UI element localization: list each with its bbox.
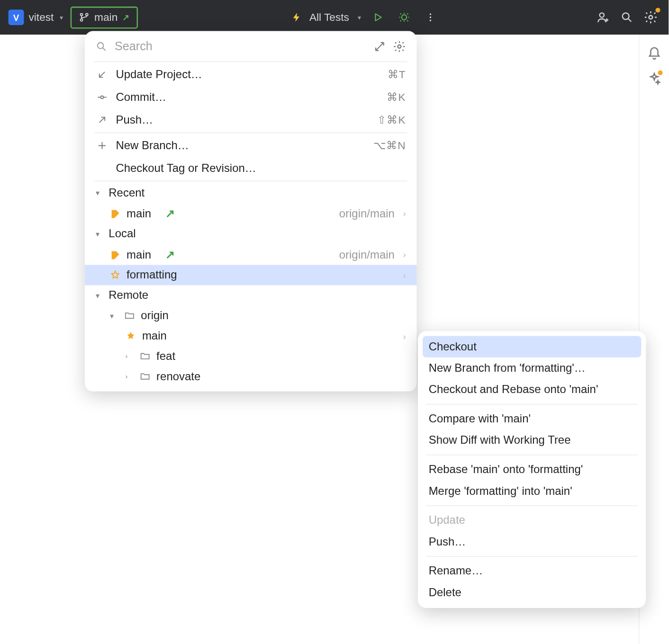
arrow-down-left-icon [96, 69, 109, 80]
svg-point-5 [430, 17, 431, 18]
svg-point-9 [649, 16, 653, 19]
ctx-delete[interactable]: Delete [418, 582, 646, 603]
chevron-down-icon: ▾ [96, 291, 104, 300]
branch-push-icon: ↗ [122, 12, 129, 22]
upstream-label: origin/main [339, 248, 395, 261]
branch-item-local-formatting[interactable]: formatting › [85, 265, 417, 285]
chevron-right-icon: › [403, 208, 406, 218]
checkout-tag-action[interactable]: Checkout Tag or Revision… [85, 157, 417, 179]
search-input[interactable] [115, 39, 367, 53]
arrow-up-right-icon [96, 115, 109, 125]
svg-point-4 [430, 13, 431, 15]
update-project-action[interactable]: Update Project… ⌘T [85, 63, 417, 86]
ctx-push[interactable]: Push… [418, 531, 646, 552]
chevron-right-icon: › [126, 372, 134, 381]
action-label: Update Project… [116, 68, 380, 81]
branch-item-recent-main[interactable]: main ↗ origin/main › [85, 203, 417, 224]
folder-name: feat [156, 349, 175, 363]
main-toolbar: V vitest ▾ main ↗ All Tests ▾ [0, 0, 669, 35]
chevron-down-icon: ▾ [96, 188, 104, 197]
action-label: Checkout Tag or Revision… [116, 161, 406, 175]
chevron-right-icon: › [403, 270, 406, 280]
chevron-right-icon: › [403, 250, 406, 259]
star-fill-icon [126, 331, 136, 341]
push-indicator-icon: ↗ [165, 248, 175, 261]
section-label: Local [108, 227, 136, 241]
run-button[interactable] [368, 8, 387, 27]
bookmark-icon [110, 208, 121, 219]
action-label: Commit… [116, 91, 380, 104]
chevron-right-icon: › [403, 331, 406, 341]
remote-name: origin [141, 309, 169, 322]
new-branch-action[interactable]: New Branch… ⌥⌘N [85, 134, 417, 157]
divider [426, 455, 638, 455]
ctx-update: Update [418, 510, 646, 531]
svg-point-10 [98, 42, 104, 48]
ctx-rename[interactable]: Rename… [418, 560, 646, 581]
section-label: Recent [108, 186, 145, 199]
remote-origin[interactable]: ▾ origin [85, 305, 417, 326]
plus-icon [96, 140, 109, 151]
ctx-rebase-onto[interactable]: Rebase 'main' onto 'formatting' [418, 459, 646, 480]
section-label: Remote [108, 289, 148, 302]
svg-point-7 [600, 13, 604, 17]
chevron-down-icon: ▾ [110, 311, 118, 320]
notifications-button[interactable] [647, 46, 661, 61]
upstream-label: origin/main [339, 207, 395, 220]
remote-folder-feat[interactable]: › feat [85, 346, 417, 367]
project-badge: V [9, 9, 24, 25]
ai-assistant-button[interactable] [647, 72, 661, 86]
section-recent[interactable]: ▾ Recent [85, 183, 417, 203]
chevron-down-icon: ▾ [96, 229, 104, 238]
svg-point-6 [430, 19, 431, 21]
chevron-right-icon: › [126, 352, 134, 360]
svg-point-1 [81, 19, 83, 21]
svg-point-12 [101, 96, 104, 99]
gear-icon[interactable] [393, 40, 406, 53]
search-button[interactable] [617, 8, 636, 27]
settings-button[interactable] [641, 8, 660, 27]
ctx-checkout-rebase[interactable]: Checkout and Rebase onto 'main' [418, 379, 646, 400]
push-action[interactable]: Push… ⇧⌘K [85, 108, 417, 131]
svg-point-8 [623, 13, 629, 19]
branch-context-menu: Checkout New Branch from 'formatting'… C… [418, 331, 646, 608]
bookmark-icon [110, 249, 121, 260]
ctx-checkout[interactable]: Checkout [423, 336, 641, 357]
ctx-show-diff[interactable]: Show Diff with Working Tree [418, 429, 646, 451]
shortcut: ⌥⌘N [373, 139, 406, 152]
shortcut: ⌘K [387, 91, 406, 104]
section-remote[interactable]: ▾ Remote [85, 285, 417, 305]
section-local[interactable]: ▾ Local [85, 224, 417, 244]
divider [426, 505, 638, 506]
branch-selector[interactable]: main ↗ [71, 6, 138, 28]
shortcut: ⌘T [388, 68, 406, 81]
project-dropdown-caret[interactable]: ▾ [60, 13, 63, 21]
shortcut: ⇧⌘K [377, 113, 406, 126]
branch-name: main [127, 248, 151, 261]
run-config-name[interactable]: All Tests [309, 11, 349, 23]
more-button[interactable] [421, 8, 440, 27]
fetch-icon[interactable] [374, 40, 386, 52]
star-outline-icon [110, 270, 121, 281]
ctx-new-branch-from[interactable]: New Branch from 'formatting'… [418, 358, 646, 379]
ctx-merge-into[interactable]: Merge 'formatting' into 'main' [418, 480, 646, 501]
branch-name: main [127, 207, 151, 220]
project-name[interactable]: vitest [28, 11, 54, 23]
debug-button[interactable] [395, 8, 414, 27]
remote-folder-renovate[interactable]: › renovate [85, 367, 417, 387]
svg-point-3 [402, 15, 407, 20]
svg-point-11 [398, 45, 401, 48]
run-config-caret[interactable]: ▾ [358, 13, 362, 21]
action-label: Push… [116, 113, 370, 126]
vcs-popup: Update Project… ⌘T Commit… ⌘K Push… ⇧⌘K … [85, 31, 417, 392]
add-user-button[interactable] [593, 8, 612, 27]
folder-name: renovate [156, 370, 200, 383]
search-icon [96, 40, 108, 52]
commit-icon [96, 92, 109, 103]
branch-name: main [142, 330, 167, 343]
branch-item-local-main[interactable]: main ↗ origin/main › [85, 244, 417, 265]
push-indicator-icon: ↗ [165, 206, 175, 220]
commit-action[interactable]: Commit… ⌘K [85, 86, 417, 108]
branch-item-remote-main[interactable]: main › [85, 326, 417, 346]
ctx-compare-with[interactable]: Compare with 'main' [418, 408, 646, 429]
